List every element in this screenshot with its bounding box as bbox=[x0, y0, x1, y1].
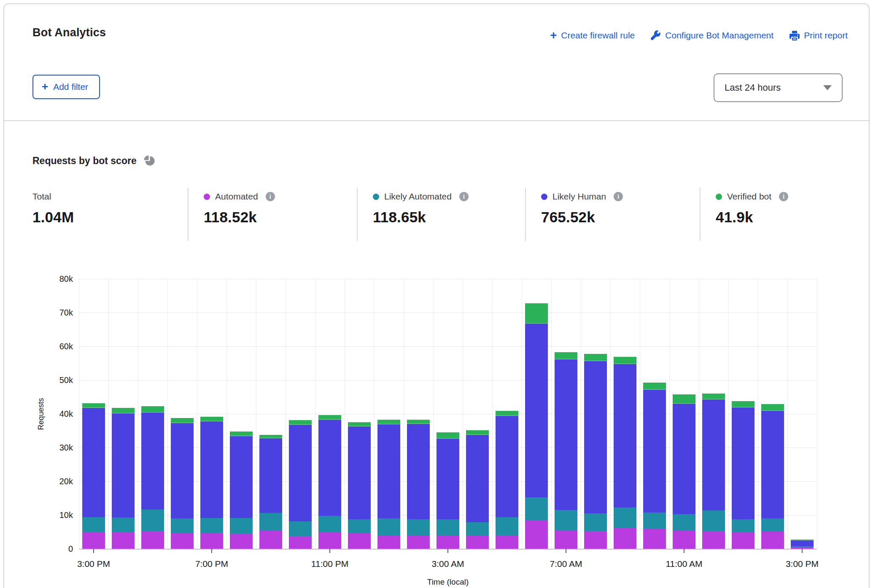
stat-total: Total 1.04M bbox=[4, 188, 188, 241]
stat-automated-label: Automated bbox=[215, 192, 258, 202]
bar-segment-automated bbox=[584, 531, 607, 549]
chart-bar[interactable] bbox=[673, 394, 695, 549]
x-tick-label: 3:00 PM bbox=[766, 559, 838, 569]
bar-segment-verified-bot bbox=[82, 403, 105, 407]
bar-segment-verified-bot bbox=[732, 401, 754, 407]
info-icon[interactable]: i bbox=[614, 192, 623, 201]
configure-bot-management-link[interactable]: Configure Bot Management bbox=[651, 30, 773, 40]
chart-bar[interactable] bbox=[259, 435, 282, 549]
requests-by-bot-score-chart: Requests Time (local) 010k20k30k40k50k60… bbox=[79, 279, 817, 549]
automated-dot-icon bbox=[204, 194, 210, 200]
bar-segment-likely-automated bbox=[200, 518, 223, 533]
chart-bar[interactable] bbox=[496, 411, 518, 549]
chart-bar[interactable] bbox=[761, 404, 784, 549]
likely-automated-dot-icon bbox=[373, 194, 379, 200]
chart-bar[interactable] bbox=[230, 432, 253, 549]
x-tick-mark bbox=[211, 549, 212, 553]
y-tick-label: 40k bbox=[46, 409, 73, 419]
x-tick-label: 7:00 AM bbox=[530, 559, 602, 569]
chart-bar[interactable] bbox=[112, 408, 135, 549]
pie-chart-icon bbox=[143, 155, 155, 168]
bar-segment-likely-automated bbox=[289, 521, 312, 536]
stat-likely-human-value: 765.52k bbox=[541, 209, 700, 226]
chart-bar[interactable] bbox=[555, 352, 577, 549]
stat-likely-human: Likely Human i 765.52k bbox=[525, 188, 700, 241]
chart-bar[interactable] bbox=[466, 430, 489, 549]
chart-bar[interactable] bbox=[377, 420, 400, 549]
bar-segment-verified-bot bbox=[259, 435, 282, 439]
x-tick-mark bbox=[566, 549, 566, 553]
chart-bar[interactable] bbox=[732, 401, 754, 549]
bar-segment-likely-automated bbox=[377, 518, 400, 535]
bar-segment-verified-bot bbox=[318, 415, 341, 419]
bar-segment-likely-human bbox=[555, 359, 577, 510]
chart-bar[interactable] bbox=[407, 420, 430, 549]
bar-segment-automated bbox=[496, 535, 518, 549]
chart-bar[interactable] bbox=[525, 303, 548, 549]
bar-segment-likely-human bbox=[200, 421, 223, 518]
create-firewall-rule-label: Create firewall rule bbox=[561, 30, 635, 40]
chart-bar[interactable] bbox=[702, 394, 725, 549]
chart-bar[interactable] bbox=[82, 403, 105, 549]
y-tick-label: 20k bbox=[46, 476, 73, 486]
bar-segment-likely-automated bbox=[614, 507, 636, 528]
x-tick-label: 7:00 PM bbox=[176, 559, 248, 569]
chevron-down-icon bbox=[823, 85, 832, 90]
bar-segment-likely-human bbox=[318, 420, 341, 516]
stat-verified-bot-value: 41.9k bbox=[716, 209, 788, 226]
bar-segment-likely-automated bbox=[112, 518, 135, 532]
y-tick-label: 10k bbox=[46, 510, 73, 520]
chart-bar[interactable] bbox=[289, 420, 312, 549]
bar-segment-likely-automated bbox=[496, 517, 518, 535]
bar-segment-likely-human bbox=[673, 404, 695, 514]
bar-segment-automated bbox=[318, 532, 341, 549]
bar-segment-automated bbox=[466, 535, 489, 549]
bar-segment-likely-human bbox=[761, 411, 784, 518]
info-icon[interactable]: i bbox=[779, 192, 788, 201]
bar-segment-automated bbox=[643, 529, 666, 549]
chart-bar[interactable] bbox=[318, 415, 341, 549]
bar-segment-likely-automated bbox=[348, 519, 371, 533]
bar-segment-verified-bot bbox=[466, 430, 489, 435]
bar-segment-automated bbox=[525, 520, 548, 549]
bar-segment-likely-automated bbox=[643, 512, 666, 529]
bar-segment-automated bbox=[259, 531, 282, 549]
chart-bar[interactable] bbox=[643, 383, 666, 549]
add-filter-button[interactable]: + Add filter bbox=[32, 75, 100, 99]
page-title: Bot Analytics bbox=[32, 26, 106, 39]
bar-segment-verified-bot bbox=[702, 394, 725, 399]
card-body: Requests by bot score Total 1.04M Automa… bbox=[4, 121, 869, 587]
time-range-dropdown[interactable]: Last 24 hours bbox=[714, 73, 843, 102]
bar-segment-likely-human bbox=[584, 361, 607, 513]
y-tick-label: 50k bbox=[46, 375, 73, 385]
info-icon[interactable]: i bbox=[459, 192, 469, 201]
chart-bar[interactable] bbox=[436, 432, 459, 549]
bar-segment-verified-bot bbox=[436, 432, 459, 439]
print-report-link[interactable]: Print report bbox=[789, 30, 848, 40]
bar-segment-automated bbox=[732, 532, 754, 549]
chart-bar[interactable] bbox=[584, 354, 607, 549]
chart-bar[interactable] bbox=[141, 406, 164, 549]
y-tick-label: 0 bbox=[46, 544, 73, 554]
chart-bar[interactable] bbox=[614, 357, 636, 549]
chart-bar[interactable] bbox=[200, 417, 223, 549]
bar-segment-automated bbox=[702, 531, 725, 549]
chart-bar[interactable] bbox=[348, 422, 371, 549]
gridline-horizontal bbox=[79, 313, 817, 313]
y-tick-label: 80k bbox=[46, 274, 73, 284]
chart-bar[interactable] bbox=[791, 539, 814, 549]
bar-segment-likely-human bbox=[436, 439, 459, 519]
chart-bar[interactable] bbox=[171, 418, 194, 549]
bar-segment-verified-bot bbox=[289, 420, 312, 425]
bar-segment-verified-bot bbox=[555, 352, 577, 359]
bar-segment-verified-bot bbox=[643, 383, 666, 390]
create-firewall-rule-link[interactable]: + Create firewall rule bbox=[550, 30, 635, 40]
bar-segment-automated bbox=[82, 532, 105, 549]
bar-segment-likely-human bbox=[289, 425, 312, 521]
likely-human-dot-icon bbox=[541, 194, 547, 200]
bar-segment-verified-bot bbox=[673, 394, 695, 404]
bar-segment-likely-human bbox=[259, 438, 282, 513]
stat-total-label: Total bbox=[32, 192, 51, 202]
stats-row: Total 1.04M Automated i 118.52k Likely A… bbox=[4, 188, 869, 241]
info-icon[interactable]: i bbox=[266, 192, 275, 201]
